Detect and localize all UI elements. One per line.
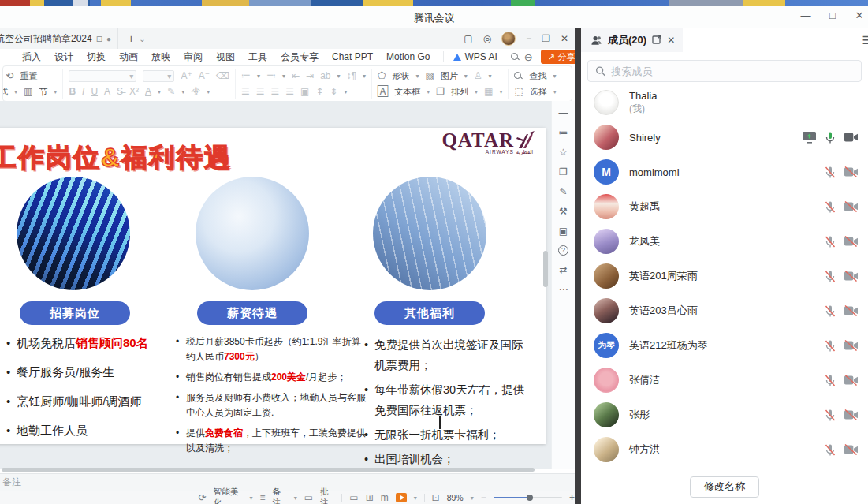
- mic-muted-icon[interactable]: [824, 235, 836, 248]
- zoom-slider[interactable]: [494, 497, 562, 498]
- zoom-level[interactable]: 89%: [447, 493, 464, 502]
- mic-muted-icon[interactable]: [824, 270, 836, 283]
- horizontal-scrollbar[interactable]: [0, 468, 563, 472]
- find-button[interactable]: 查找: [529, 70, 546, 82]
- tools-icon[interactable]: ⚒: [559, 206, 568, 217]
- arrange-icon[interactable]: ❐: [436, 86, 445, 97]
- text-effect-icon[interactable]: 变: [191, 85, 200, 99]
- indent-decrease-icon[interactable]: ⇤: [292, 70, 300, 81]
- wps-restore-button[interactable]: ❐: [542, 33, 550, 44]
- picture-button[interactable]: 图片: [441, 70, 458, 82]
- collapse-icon[interactable]: —: [559, 107, 568, 118]
- notes-button[interactable]: 备注: [272, 487, 286, 504]
- camera-off-icon[interactable]: [844, 340, 859, 351]
- building-photo-circle-2[interactable]: [196, 177, 309, 290]
- shapes-button[interactable]: 形状: [392, 70, 409, 82]
- layout-switch-icon[interactable]: ▢: [464, 33, 472, 44]
- align-top-icon[interactable]: ⇞: [315, 86, 323, 97]
- columns-icon[interactable]: ▣: [300, 86, 309, 97]
- font-name-combo[interactable]: ▾: [69, 70, 136, 82]
- scrollbar-thumb[interactable]: [543, 251, 548, 287]
- ribbon-tab-view[interactable]: 视图: [216, 50, 235, 64]
- picture-icon[interactable]: ▧: [425, 70, 434, 81]
- beautify-button[interactable]: 智能美化: [214, 487, 243, 504]
- wps-close-button[interactable]: ✕: [561, 33, 568, 44]
- align-center-icon[interactable]: ☰: [256, 86, 265, 97]
- ribbon-tab-tools[interactable]: 工具: [248, 50, 267, 64]
- ribbon-tab-slideshow[interactable]: 放映: [151, 50, 170, 64]
- member-row[interactable]: Shirely: [581, 120, 868, 155]
- notes-bar[interactable]: 备注: [0, 473, 575, 491]
- close-panel-icon[interactable]: ✕: [667, 35, 675, 46]
- justify-icon[interactable]: ☰: [285, 86, 294, 97]
- font-color-icon[interactable]: A: [145, 86, 151, 97]
- notes-toggle-icon[interactable]: ≡: [259, 492, 265, 503]
- highlight-icon[interactable]: ✎: [167, 86, 175, 97]
- bold-icon[interactable]: B: [69, 86, 76, 97]
- superscript-icon[interactable]: X²: [129, 86, 139, 97]
- member-row[interactable]: 为琴 英语212班杨为琴: [581, 328, 868, 363]
- animation-pane-icon[interactable]: ❐: [559, 166, 568, 177]
- member-row[interactable]: M momimomi: [581, 155, 868, 189]
- select-button[interactable]: 选择: [530, 86, 547, 98]
- member-row[interactable]: 黄超禹: [581, 189, 868, 224]
- textbox-button[interactable]: 文本框: [394, 86, 420, 98]
- mic-on-icon[interactable]: [824, 131, 836, 144]
- ribbon-tab-review[interactable]: 审阅: [184, 50, 203, 64]
- indent-increase-icon[interactable]: ⇥: [306, 70, 314, 81]
- zoom-out-button[interactable]: −: [481, 492, 486, 503]
- beautify-icon[interactable]: ⟳: [199, 492, 207, 503]
- number-list-icon[interactable]: ≕: [266, 70, 276, 81]
- document-tab[interactable]: 航空公司招聘简章2024 ⊡ ●: [0, 28, 118, 49]
- share-button[interactable]: ↗ 分享: [541, 50, 575, 64]
- zoom-slider-knob[interactable]: [527, 495, 533, 501]
- camera-off-icon[interactable]: [844, 271, 859, 282]
- underline-icon[interactable]: U: [91, 86, 98, 97]
- align-left-icon[interactable]: ☰: [241, 86, 250, 97]
- textbox-icon[interactable]: 🄰: [378, 86, 388, 97]
- reset-button[interactable]: 重置: [20, 70, 37, 82]
- clear-format-icon[interactable]: ⌫: [216, 70, 229, 81]
- reset-icon[interactable]: ⟲: [6, 70, 13, 81]
- select-icon[interactable]: ⬚: [514, 86, 523, 97]
- new-tab-button[interactable]: +: [128, 32, 134, 45]
- normal-view-icon[interactable]: ▭: [349, 492, 358, 503]
- tab-list-chevron-icon[interactable]: ⌄: [139, 35, 145, 43]
- salary-header-pill[interactable]: 薪资待遇: [197, 301, 307, 325]
- building-photo-circle-1[interactable]: [17, 177, 130, 290]
- member-row[interactable]: 张彤: [581, 398, 868, 432]
- more-icon[interactable]: ⋯: [559, 284, 568, 295]
- ribbon-tab-motiongo[interactable]: Motion Go: [386, 51, 430, 62]
- wps-ai-tab[interactable]: WPS AI: [443, 51, 497, 62]
- strikethrough-icon[interactable]: S̶: [117, 86, 123, 97]
- increase-font-icon[interactable]: A⁺: [181, 70, 192, 81]
- comment-icon[interactable]: ▭: [304, 492, 313, 503]
- comment-button[interactable]: 批注: [320, 487, 334, 504]
- member-row[interactable]: Thalia (我): [581, 85, 868, 120]
- building-photo-circle-3[interactable]: [373, 177, 486, 290]
- frame-icon[interactable]: ▣: [559, 226, 568, 237]
- align-bottom-icon[interactable]: ⇟: [330, 86, 338, 97]
- maximize-button[interactable]: □: [825, 9, 840, 21]
- char-spacing-icon[interactable]: A: [104, 86, 110, 97]
- slide-canvas[interactable]: 工作岗位&福利待遇 QATAR AIRWAYS القطرية 招募岗位 机场免…: [0, 128, 546, 444]
- recruit-header-pill[interactable]: 招募岗位: [20, 301, 130, 325]
- help-icon[interactable]: ?: [558, 245, 568, 256]
- rename-button[interactable]: 修改名称: [690, 476, 759, 498]
- camera-on-icon[interactable]: [844, 132, 859, 143]
- pin-icon[interactable]: ⊡: [96, 35, 102, 43]
- member-row[interactable]: 钟方洪: [581, 432, 868, 467]
- section-icon[interactable]: ▥: [24, 86, 32, 97]
- camera-off-icon[interactable]: [844, 201, 859, 212]
- convert-icon[interactable]: ⇄: [559, 264, 567, 275]
- search-input[interactable]: [611, 65, 854, 77]
- shapes-icon[interactable]: ⬠: [378, 70, 386, 81]
- screen-share-icon[interactable]: [802, 131, 817, 144]
- slide-sorter-icon[interactable]: ⊞: [366, 492, 374, 503]
- ribbon-tab-design[interactable]: 设计: [54, 50, 73, 64]
- reading-view-icon[interactable]: m: [381, 492, 389, 503]
- line-spacing-icon[interactable]: ↕¶: [347, 70, 356, 81]
- mic-muted-icon[interactable]: [824, 374, 836, 387]
- scrollbar-thumb[interactable]: [2, 468, 535, 472]
- properties-icon[interactable]: ≔: [559, 127, 568, 138]
